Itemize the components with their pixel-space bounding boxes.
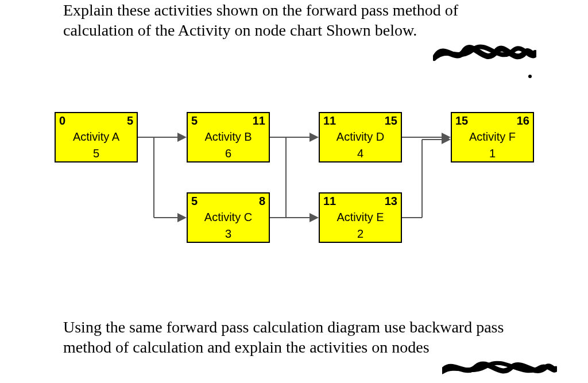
node-ef: 16 [517,114,529,127]
activity-node-e: 11 13 Activity E 2 [319,192,402,243]
stray-dot [528,75,532,78]
redaction-scribble [433,39,536,68]
node-label: Activity D [320,130,401,144]
node-label: Activity A [56,130,137,144]
node-ef: 11 [253,114,265,127]
node-es: 5 [191,195,198,208]
node-es: 11 [323,114,336,127]
node-es: 15 [455,114,468,127]
node-es: 5 [191,114,198,127]
activity-node-a: 0 5 Activity A 5 [55,112,138,163]
node-ef: 8 [259,195,265,208]
node-duration: 2 [320,227,401,241]
node-label: Activity E [320,211,401,224]
node-label: Activity C [188,211,269,224]
node-duration: 6 [188,147,269,160]
node-label: Activity B [188,130,269,144]
activity-node-c: 5 8 Activity C 3 [187,192,270,243]
question-text-bottom: Using the same forward pass calculation … [63,317,523,357]
node-ef: 15 [385,114,397,127]
node-duration: 4 [320,147,401,160]
redaction-scribble-bottom [442,357,557,380]
node-ef: 5 [127,114,133,127]
question-text-top: Explain these activities shown on the fo… [63,0,523,40]
node-duration: 1 [452,147,533,160]
activity-node-f: 15 16 Activity F 1 [451,112,534,163]
node-ef: 13 [385,195,397,208]
node-duration: 3 [188,227,269,241]
activity-node-d: 11 15 Activity D 4 [319,112,402,163]
node-duration: 5 [56,147,137,160]
node-es: 0 [59,114,65,127]
activity-node-b: 5 11 Activity B 6 [187,112,270,163]
node-es: 11 [323,195,336,208]
node-label: Activity F [452,130,533,144]
